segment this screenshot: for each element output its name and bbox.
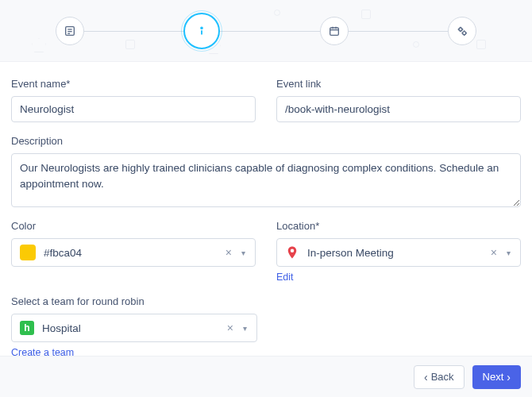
clear-icon[interactable]: × [224,322,237,334]
team-icon: h [20,321,34,335]
svg-rect-6 [330,28,338,35]
list-icon [64,25,76,37]
color-value: #fbca04 [44,247,82,259]
step-schedule[interactable] [320,17,349,45]
clear-icon[interactable]: × [488,246,500,259]
stepper [0,0,532,62]
color-swatch [20,245,36,260]
location-select[interactable]: In-person Meeting × ▾ [276,238,521,267]
form: Event name* Event link Description Color… [0,62,532,379]
color-label: Color [11,220,256,232]
back-button-label: Back [431,371,454,383]
chevron-down-icon[interactable]: ▾ [240,249,247,257]
back-button[interactable]: ‹ Back [414,365,465,389]
footer: ‹ Back Next › [0,356,532,397]
step-details[interactable] [56,17,84,45]
color-select[interactable]: #fbca04 × ▾ [11,238,256,267]
svg-point-11 [463,31,466,34]
event-name-input[interactable] [11,96,256,122]
next-button[interactable]: Next › [472,365,521,389]
team-select[interactable]: h Hospital × ▾ [11,314,257,342]
svg-point-4 [201,27,202,29]
location-label: Location* [276,220,521,232]
clear-icon[interactable]: × [222,246,235,259]
event-name-label: Event name* [11,78,256,90]
team-label: Select a team for round robin [11,295,257,307]
next-button-label: Next [483,371,504,383]
gears-icon [456,25,468,37]
step-info[interactable] [183,13,220,49]
location-value: In-person Meeting [307,247,394,259]
chevron-down-icon[interactable]: ▾ [241,324,249,333]
chevron-right-icon: › [507,372,511,383]
edit-location-link[interactable]: Edit [276,272,521,283]
event-link-input[interactable] [276,96,521,122]
info-icon [195,24,209,38]
event-link-label: Event link [276,78,521,90]
svg-point-10 [459,28,462,31]
team-value: Hospital [42,322,81,334]
map-pin-icon [285,245,299,260]
chevron-down-icon[interactable]: ▾ [505,249,512,257]
step-settings[interactable] [448,17,476,45]
description-textarea[interactable] [11,153,521,207]
description-label: Description [11,135,521,147]
chevron-left-icon: ‹ [424,372,428,383]
stepper-line [71,31,461,32]
calendar-icon [328,25,341,37]
